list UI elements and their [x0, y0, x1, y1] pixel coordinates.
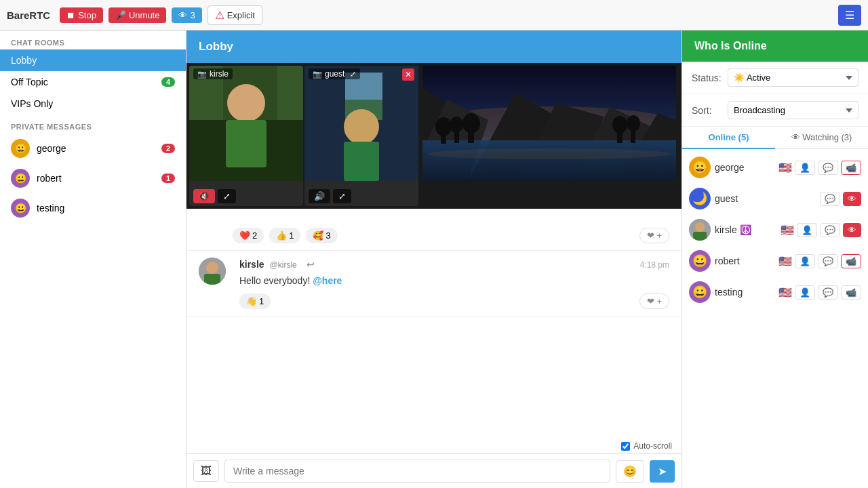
kirsle-author: kirsle — [239, 259, 264, 270]
table-row: kirsle @kirsle ↩ 4:18 pm Hello everybody… — [186, 251, 682, 317]
reaction-heart[interactable]: ❤️ 2 — [233, 228, 264, 243]
send-button[interactable]: ➤ — [650, 460, 675, 483]
watch-count-button[interactable]: 👁 3 — [172, 7, 201, 23]
george-profile-btn[interactable]: 👤 — [795, 161, 815, 175]
guest-video-label: 📷 guest ⤢ — [309, 68, 360, 79]
reaction-thumbs[interactable]: 👍 1 — [269, 228, 300, 243]
stop-button[interactable]: ⏹ Stop — [60, 7, 103, 23]
menu-button[interactable]: ☰ — [838, 5, 861, 26]
testing-video-btn[interactable]: 📹 — [841, 285, 861, 300]
who-name-george: george — [715, 162, 774, 173]
add-reaction-area: ❤ + — [639, 228, 669, 243]
status-select[interactable]: ☀️ Active 🌙 Away ⛔ Busy — [728, 68, 859, 87]
testing-flag: 🇺🇸 — [778, 286, 792, 299]
add-reaction-kirsle-button[interactable]: ❤ + — [639, 293, 669, 309]
sidebar-item-vipsonly[interactable]: VIPs Only — [0, 93, 186, 115]
robert-video-btn[interactable]: 📹 — [841, 254, 861, 268]
mention-here: @here — [313, 275, 342, 286]
guest-volume-btn[interactable]: 🔊 — [309, 189, 330, 203]
auto-scroll-label: Auto-scroll — [621, 441, 672, 451]
who-actions-george: 🇺🇸 👤 💬 📹 — [778, 161, 861, 175]
private-messages-header: PRIVATE MESSAGES — [0, 115, 186, 134]
image-upload-button[interactable]: 🖼 — [193, 460, 219, 482]
eye-tab-icon: 👁 — [791, 132, 803, 142]
kirsle-handle: @kirsle — [270, 260, 297, 270]
sort-row: Sort: Broadcasting Alphabetical Recent — [682, 94, 868, 127]
auto-scroll-checkbox[interactable] — [621, 442, 630, 451]
guest-zoom-btn[interactable]: ⤢ — [333, 189, 351, 203]
svg-rect-5 — [277, 66, 303, 120]
chat-channel-header: Lobby — [186, 30, 682, 63]
svg-point-30 — [627, 115, 640, 131]
video-row: 📷 kirsle 🔇 ⤢ — [186, 63, 682, 209]
kirsle-video-svg — [189, 66, 303, 181]
sidebar-item-offtopic[interactable]: Off Topic 4 — [0, 71, 186, 93]
kirsle-video-name: kirsle — [210, 69, 229, 79]
tab-online[interactable]: Online (5) — [682, 127, 775, 149]
explicit-button[interactable]: ⚠ Explicit — [208, 5, 262, 25]
reaction-face[interactable]: 🥰 3 — [306, 228, 337, 243]
kirsle-video-btn[interactable]: 👁 — [843, 223, 861, 237]
explicit-dot-icon: ⚠ — [215, 9, 224, 22]
unmute-icon: 🎤 — [115, 10, 126, 20]
offtopic-badge: 4 — [161, 77, 175, 87]
add-reaction-button[interactable]: ❤ + — [639, 228, 669, 243]
guest-video-btn[interactable]: 👁 — [843, 192, 861, 206]
george-dm-btn[interactable]: 💬 — [818, 161, 838, 175]
chat-area: Lobby — [186, 30, 682, 488]
svg-point-35 — [695, 222, 705, 232]
who-actions-robert: 🇺🇸 👤 💬 📹 — [778, 254, 861, 268]
kirsle-video-label: 📷 kirsle — [193, 68, 233, 79]
sidebar-item-lobby[interactable]: Lobby — [0, 49, 186, 71]
pm-item-robert[interactable]: 😀 robert 1 — [0, 163, 186, 193]
sidebar: CHAT ROOMS Lobby Off Topic 4 VIPs Only P… — [0, 30, 186, 488]
guest-video-svg — [304, 66, 418, 181]
robert-profile-btn[interactable]: 👤 — [795, 254, 815, 268]
guest-dm-btn[interactable]: 💬 — [820, 192, 840, 206]
pm-item-george[interactable]: 😀 george 2 — [0, 134, 186, 163]
reactions-row: ❤️ 2 👍 1 🥰 3 ❤ + — [233, 228, 669, 243]
reply-button-kirsle[interactable]: ↩ — [302, 258, 319, 271]
video-card-kirsle: 📷 kirsle 🔇 ⤢ — [189, 66, 303, 206]
testing-profile-btn[interactable]: 👤 — [795, 285, 815, 300]
who-name-kirsle: kirsle ☮️ — [715, 224, 776, 235]
kirsle-avatar-container — [199, 258, 226, 309]
message-row: ❤️ 2 👍 1 🥰 3 ❤ + — [199, 222, 669, 243]
reaction-wave[interactable]: 👋 1 — [239, 293, 271, 309]
george-video-btn[interactable]: 📹 — [841, 161, 861, 175]
input-bar: 🖼 😊 ➤ — [186, 453, 682, 488]
sort-select[interactable]: Broadcasting Alphabetical Recent — [728, 101, 859, 119]
kirsle-profile-btn[interactable]: 👤 — [797, 223, 817, 237]
kirsle-zoom-btn[interactable]: ⤢ — [218, 189, 236, 203]
robert-dm-btn[interactable]: 💬 — [818, 254, 838, 268]
kirsle-msg-header: kirsle @kirsle ↩ 4:18 pm — [239, 258, 669, 271]
pm-avatar-testing: 😀 — [11, 199, 30, 218]
topbar-right: ☰ — [838, 5, 861, 26]
guest-video-name: guest — [325, 69, 344, 79]
message-input[interactable] — [224, 460, 610, 483]
who-row-testing: 😀 testing 🇺🇸 👤 💬 📹 — [682, 277, 868, 308]
add-reaction-kirsle: ❤ + — [639, 293, 669, 309]
guest-close-btn[interactable]: ✕ — [402, 68, 414, 81]
video-card-guest: 📷 guest ⤢ 🔊 ⤢ ✕ — [304, 66, 418, 206]
emoji-button[interactable]: 😊 — [616, 460, 644, 483]
who-avatar-robert: 😀 — [689, 250, 711, 272]
unmute-button[interactable]: 🎤 Unmute — [108, 7, 167, 23]
svg-point-32 — [206, 262, 218, 274]
testing-dm-btn[interactable]: 💬 — [818, 285, 838, 300]
stop-icon: ⏹ — [66, 10, 75, 20]
svg-point-22 — [435, 117, 452, 136]
who-avatar-guest: 🌙 — [689, 188, 711, 209]
landscape-video — [422, 66, 676, 181]
kirsle-mute-btn[interactable]: 🔇 — [193, 189, 215, 203]
sort-label: Sort: — [692, 105, 722, 116]
svg-point-9 — [344, 109, 379, 144]
auto-scroll-area: Auto-scroll — [186, 439, 682, 453]
kirsle-video-feed — [189, 66, 303, 181]
table-row: ❤️ 2 👍 1 🥰 3 ❤ + — [186, 216, 682, 251]
main-layout: CHAT ROOMS Lobby Off Topic 4 VIPs Only P… — [0, 30, 868, 488]
pm-item-testing[interactable]: 😀 testing — [0, 193, 186, 223]
channel-lobby-label: Lobby — [11, 55, 37, 66]
tab-watching[interactable]: 👁 Watching (3) — [775, 127, 868, 149]
kirsle-dm-btn[interactable]: 💬 — [820, 223, 840, 237]
